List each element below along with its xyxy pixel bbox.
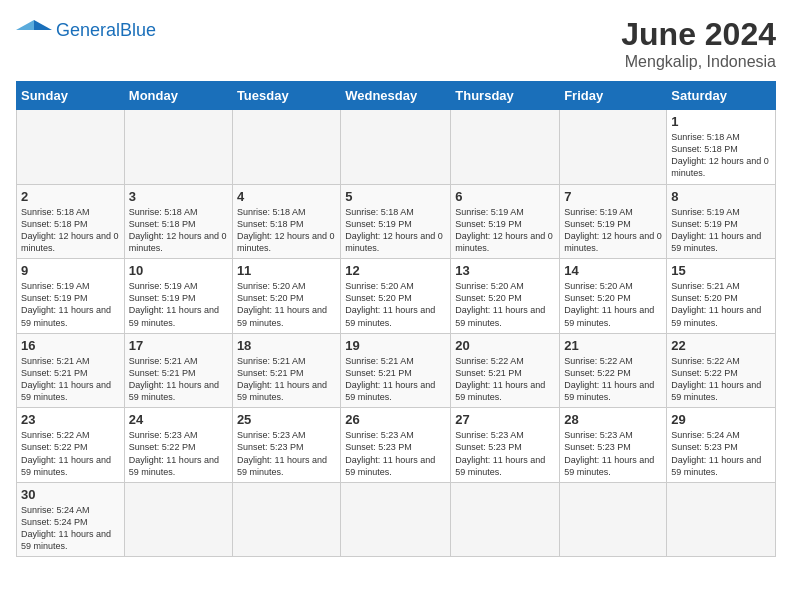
day-number: 19 xyxy=(345,338,446,353)
day-number: 22 xyxy=(671,338,771,353)
day-info: Sunrise: 5:21 AMSunset: 5:21 PMDaylight:… xyxy=(129,355,228,404)
calendar-day-cell: 23Sunrise: 5:22 AMSunset: 5:22 PMDayligh… xyxy=(17,408,125,483)
logo-blue: Blue xyxy=(120,20,156,40)
calendar-week-2: 2Sunrise: 5:18 AMSunset: 5:18 PMDaylight… xyxy=(17,184,776,259)
calendar-day-cell: 14Sunrise: 5:20 AMSunset: 5:20 PMDayligh… xyxy=(560,259,667,334)
day-header-row: SundayMondayTuesdayWednesdayThursdayFrid… xyxy=(17,82,776,110)
svg-marker-1 xyxy=(16,20,34,30)
calendar-day-cell: 8Sunrise: 5:19 AMSunset: 5:19 PMDaylight… xyxy=(667,184,776,259)
day-info: Sunrise: 5:20 AMSunset: 5:20 PMDaylight:… xyxy=(564,280,662,329)
day-number: 4 xyxy=(237,189,336,204)
day-info: Sunrise: 5:18 AMSunset: 5:19 PMDaylight:… xyxy=(345,206,446,255)
column-header-thursday: Thursday xyxy=(451,82,560,110)
day-number: 9 xyxy=(21,263,120,278)
day-info: Sunrise: 5:22 AMSunset: 5:22 PMDaylight:… xyxy=(564,355,662,404)
calendar-day-cell: 27Sunrise: 5:23 AMSunset: 5:23 PMDayligh… xyxy=(451,408,560,483)
day-info: Sunrise: 5:23 AMSunset: 5:23 PMDaylight:… xyxy=(345,429,446,478)
calendar-day-cell: 4Sunrise: 5:18 AMSunset: 5:18 PMDaylight… xyxy=(232,184,340,259)
logo: GeneralBlue xyxy=(16,16,156,44)
calendar-day-cell: 10Sunrise: 5:19 AMSunset: 5:19 PMDayligh… xyxy=(124,259,232,334)
calendar-day-cell xyxy=(341,110,451,185)
day-info: Sunrise: 5:21 AMSunset: 5:21 PMDaylight:… xyxy=(345,355,446,404)
day-number: 2 xyxy=(21,189,120,204)
day-info: Sunrise: 5:22 AMSunset: 5:22 PMDaylight:… xyxy=(671,355,771,404)
day-number: 28 xyxy=(564,412,662,427)
day-number: 29 xyxy=(671,412,771,427)
calendar-week-1: 1Sunrise: 5:18 AMSunset: 5:18 PMDaylight… xyxy=(17,110,776,185)
day-info: Sunrise: 5:20 AMSunset: 5:20 PMDaylight:… xyxy=(345,280,446,329)
day-info: Sunrise: 5:20 AMSunset: 5:20 PMDaylight:… xyxy=(455,280,555,329)
day-info: Sunrise: 5:18 AMSunset: 5:18 PMDaylight:… xyxy=(129,206,228,255)
calendar-week-6: 30Sunrise: 5:24 AMSunset: 5:24 PMDayligh… xyxy=(17,482,776,557)
day-info: Sunrise: 5:19 AMSunset: 5:19 PMDaylight:… xyxy=(21,280,120,329)
day-info: Sunrise: 5:24 AMSunset: 5:23 PMDaylight:… xyxy=(671,429,771,478)
day-info: Sunrise: 5:18 AMSunset: 5:18 PMDaylight:… xyxy=(21,206,120,255)
page-header: GeneralBlue June 2024 Mengkalip, Indones… xyxy=(16,16,776,71)
calendar-day-cell: 3Sunrise: 5:18 AMSunset: 5:18 PMDaylight… xyxy=(124,184,232,259)
calendar-day-cell xyxy=(124,110,232,185)
calendar-day-cell: 17Sunrise: 5:21 AMSunset: 5:21 PMDayligh… xyxy=(124,333,232,408)
logo-general: General xyxy=(56,20,120,40)
calendar-day-cell: 25Sunrise: 5:23 AMSunset: 5:23 PMDayligh… xyxy=(232,408,340,483)
day-number: 16 xyxy=(21,338,120,353)
logo-icon xyxy=(16,16,52,44)
day-info: Sunrise: 5:23 AMSunset: 5:22 PMDaylight:… xyxy=(129,429,228,478)
calendar-title: June 2024 xyxy=(621,16,776,53)
day-number: 5 xyxy=(345,189,446,204)
column-header-friday: Friday xyxy=(560,82,667,110)
calendar-day-cell: 30Sunrise: 5:24 AMSunset: 5:24 PMDayligh… xyxy=(17,482,125,557)
calendar-day-cell: 18Sunrise: 5:21 AMSunset: 5:21 PMDayligh… xyxy=(232,333,340,408)
day-number: 10 xyxy=(129,263,228,278)
calendar-day-cell xyxy=(232,482,340,557)
calendar-week-3: 9Sunrise: 5:19 AMSunset: 5:19 PMDaylight… xyxy=(17,259,776,334)
day-number: 14 xyxy=(564,263,662,278)
calendar-day-cell: 26Sunrise: 5:23 AMSunset: 5:23 PMDayligh… xyxy=(341,408,451,483)
day-number: 27 xyxy=(455,412,555,427)
day-info: Sunrise: 5:19 AMSunset: 5:19 PMDaylight:… xyxy=(129,280,228,329)
column-header-tuesday: Tuesday xyxy=(232,82,340,110)
day-info: Sunrise: 5:21 AMSunset: 5:21 PMDaylight:… xyxy=(21,355,120,404)
day-info: Sunrise: 5:22 AMSunset: 5:22 PMDaylight:… xyxy=(21,429,120,478)
day-info: Sunrise: 5:19 AMSunset: 5:19 PMDaylight:… xyxy=(455,206,555,255)
day-number: 15 xyxy=(671,263,771,278)
calendar-day-cell: 2Sunrise: 5:18 AMSunset: 5:18 PMDaylight… xyxy=(17,184,125,259)
column-header-monday: Monday xyxy=(124,82,232,110)
logo-text: GeneralBlue xyxy=(56,20,156,41)
day-number: 12 xyxy=(345,263,446,278)
calendar-day-cell: 9Sunrise: 5:19 AMSunset: 5:19 PMDaylight… xyxy=(17,259,125,334)
day-info: Sunrise: 5:18 AMSunset: 5:18 PMDaylight:… xyxy=(671,131,771,180)
calendar-day-cell: 13Sunrise: 5:20 AMSunset: 5:20 PMDayligh… xyxy=(451,259,560,334)
day-info: Sunrise: 5:21 AMSunset: 5:21 PMDaylight:… xyxy=(237,355,336,404)
day-number: 6 xyxy=(455,189,555,204)
day-number: 26 xyxy=(345,412,446,427)
day-number: 18 xyxy=(237,338,336,353)
day-number: 8 xyxy=(671,189,771,204)
calendar-day-cell xyxy=(560,482,667,557)
calendar-day-cell: 29Sunrise: 5:24 AMSunset: 5:23 PMDayligh… xyxy=(667,408,776,483)
title-block: June 2024 Mengkalip, Indonesia xyxy=(621,16,776,71)
column-header-sunday: Sunday xyxy=(17,82,125,110)
calendar-week-4: 16Sunrise: 5:21 AMSunset: 5:21 PMDayligh… xyxy=(17,333,776,408)
calendar-day-cell xyxy=(451,482,560,557)
column-header-wednesday: Wednesday xyxy=(341,82,451,110)
calendar-day-cell: 12Sunrise: 5:20 AMSunset: 5:20 PMDayligh… xyxy=(341,259,451,334)
day-number: 21 xyxy=(564,338,662,353)
calendar-day-cell: 1Sunrise: 5:18 AMSunset: 5:18 PMDaylight… xyxy=(667,110,776,185)
calendar-day-cell xyxy=(451,110,560,185)
calendar-day-cell: 6Sunrise: 5:19 AMSunset: 5:19 PMDaylight… xyxy=(451,184,560,259)
day-info: Sunrise: 5:21 AMSunset: 5:20 PMDaylight:… xyxy=(671,280,771,329)
calendar-day-cell: 19Sunrise: 5:21 AMSunset: 5:21 PMDayligh… xyxy=(341,333,451,408)
calendar-day-cell xyxy=(560,110,667,185)
day-number: 3 xyxy=(129,189,228,204)
day-info: Sunrise: 5:19 AMSunset: 5:19 PMDaylight:… xyxy=(671,206,771,255)
day-number: 30 xyxy=(21,487,120,502)
calendar-day-cell: 5Sunrise: 5:18 AMSunset: 5:19 PMDaylight… xyxy=(341,184,451,259)
day-number: 23 xyxy=(21,412,120,427)
calendar-day-cell: 15Sunrise: 5:21 AMSunset: 5:20 PMDayligh… xyxy=(667,259,776,334)
calendar-day-cell: 16Sunrise: 5:21 AMSunset: 5:21 PMDayligh… xyxy=(17,333,125,408)
calendar-day-cell xyxy=(232,110,340,185)
day-number: 20 xyxy=(455,338,555,353)
day-info: Sunrise: 5:18 AMSunset: 5:18 PMDaylight:… xyxy=(237,206,336,255)
svg-marker-0 xyxy=(34,20,52,30)
day-info: Sunrise: 5:22 AMSunset: 5:21 PMDaylight:… xyxy=(455,355,555,404)
